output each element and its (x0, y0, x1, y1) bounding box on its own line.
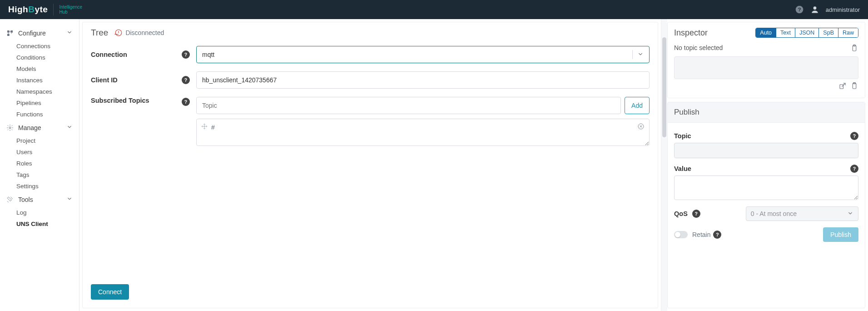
brand-sub-1: Intelligence (59, 5, 82, 10)
inspector-empty-msg: No topic selected (674, 44, 723, 51)
topic-item-text: # (211, 124, 215, 131)
connection-select[interactable]: mqtt (196, 46, 650, 63)
svg-line-9 (114, 34, 119, 35)
help-icon[interactable]: ? (850, 132, 858, 140)
help-icon[interactable]: ? (182, 98, 190, 106)
app-header: HighByte Intelligence Hub ? administrato… (0, 0, 868, 19)
tree-title: Tree (91, 28, 108, 38)
remove-topic-icon[interactable] (637, 123, 645, 131)
connection-status: Disconnected (114, 29, 164, 37)
right-panel: Inspector Auto Text JSON SpB Raw No topi… (667, 19, 868, 311)
client-id-label: Client ID (91, 76, 182, 84)
sidebar-item-conditions[interactable]: Conditions (16, 52, 79, 63)
tools-icon (6, 196, 14, 203)
inspector-card: Inspector Auto Text JSON SpB Raw No topi… (667, 22, 865, 98)
topic-input[interactable] (196, 97, 621, 114)
sidebar-item-connections[interactable]: Connections (16, 40, 79, 52)
scrollbar[interactable] (661, 19, 667, 311)
sidebar-group-tools-label: Tools (18, 196, 33, 203)
clipboard-icon[interactable] (850, 82, 858, 91)
sidebar-item-functions[interactable]: Functions (16, 109, 79, 120)
sidebar-group-tools[interactable]: Tools (0, 192, 79, 207)
client-id-input[interactable] (196, 71, 650, 89)
sidebar-group-manage[interactable]: Manage (0, 120, 79, 135)
publish-value-label: Value (674, 165, 691, 172)
brand-post: yte (35, 5, 48, 14)
publish-topic-input[interactable] (674, 143, 858, 158)
retain-toggle[interactable] (674, 231, 688, 238)
retain-label: Retain (692, 231, 710, 238)
sidebar-group-configure[interactable]: Configure (0, 25, 79, 40)
add-topic-button[interactable]: Add (625, 97, 650, 114)
sidebar-group-manage-label: Manage (18, 124, 41, 131)
connection-select-value: mqtt (202, 51, 628, 58)
sidebar-item-roles[interactable]: Roles (16, 158, 79, 169)
sidebar-item-uns-client[interactable]: UNS Client (16, 218, 79, 230)
open-external-icon[interactable] (838, 82, 847, 91)
sidebar-item-instances[interactable]: Instances (16, 75, 79, 86)
svg-rect-3 (7, 30, 10, 33)
help-icon[interactable]: ? (850, 165, 858, 173)
tab-text[interactable]: Text (776, 28, 795, 37)
help-icon[interactable]: ? (692, 210, 700, 218)
sidebar: Configure Connections Conditions Models … (0, 19, 79, 311)
brand-logo: HighByte (8, 5, 48, 15)
sidebar-item-tags[interactable]: Tags (16, 169, 79, 181)
alert-icon (114, 29, 123, 37)
help-icon[interactable]: ? (182, 50, 190, 59)
user-icon[interactable] (810, 5, 819, 14)
center-panel: Tree Disconnected Connection ? mqtt (79, 19, 667, 311)
help-icon[interactable]: ? (713, 231, 721, 239)
subscribed-topics-label: Subscribed Topics (91, 97, 182, 104)
chevron-down-icon (66, 196, 73, 203)
svg-rect-5 (7, 34, 10, 36)
inspector-content (674, 56, 858, 79)
publish-value-input[interactable] (674, 176, 858, 200)
svg-point-2 (813, 6, 817, 10)
connect-button[interactable]: Connect (91, 284, 129, 300)
qos-label: QoS (674, 210, 688, 217)
help-icon[interactable]: ? (182, 76, 190, 84)
sidebar-item-pipelines[interactable]: Pipelines (16, 97, 79, 109)
svg-rect-15 (840, 85, 843, 89)
brand-subtitle: Intelligence Hub (59, 5, 82, 15)
tab-auto[interactable]: Auto (756, 28, 776, 37)
sidebar-item-log[interactable]: Log (16, 207, 79, 218)
sidebar-item-settings[interactable]: Settings (16, 181, 79, 192)
inspector-tabs: Auto Text JSON SpB Raw (755, 28, 858, 38)
publish-button[interactable]: Publish (823, 227, 858, 242)
sidebar-item-namespaces[interactable]: Namespaces (16, 86, 79, 97)
connection-label: Connection (91, 51, 182, 58)
publish-title: Publish (668, 102, 865, 123)
sidebar-group-configure-label: Configure (18, 30, 46, 37)
clipboard-icon[interactable] (850, 44, 858, 54)
brand: HighByte Intelligence Hub (8, 4, 82, 15)
tab-json[interactable]: JSON (795, 28, 819, 37)
brand-separator (53, 4, 54, 15)
configure-icon (6, 30, 14, 37)
topic-list: # (196, 119, 650, 146)
svg-point-6 (9, 127, 11, 129)
tab-raw[interactable]: Raw (838, 28, 858, 37)
svg-text:?: ? (798, 6, 801, 12)
topic-item[interactable]: # (201, 123, 645, 131)
sidebar-item-models[interactable]: Models (16, 63, 79, 75)
help-icon[interactable]: ? (795, 5, 804, 14)
sidebar-item-project[interactable]: Project (16, 135, 79, 146)
scrollbar-thumb[interactable] (662, 37, 666, 137)
publish-card: Publish Topic ? Value ? QoS ? 0 - At mos… (667, 102, 865, 308)
chevron-down-icon (66, 124, 73, 131)
tab-spb[interactable]: SpB (819, 28, 838, 37)
move-icon[interactable] (201, 123, 208, 131)
chevron-down-icon (847, 210, 853, 218)
gear-icon (6, 124, 14, 131)
brand-sub-2: Hub (59, 10, 82, 15)
sidebar-item-users[interactable]: Users (16, 146, 79, 158)
chevron-down-icon (66, 29, 73, 37)
brand-accent: B (28, 5, 35, 14)
user-label[interactable]: administrator (826, 6, 860, 13)
inspector-title: Inspector (674, 28, 708, 38)
qos-select[interactable]: 0 - At most once (746, 206, 858, 221)
brand-pre: High (8, 5, 28, 14)
connection-status-text: Disconnected (125, 29, 164, 36)
